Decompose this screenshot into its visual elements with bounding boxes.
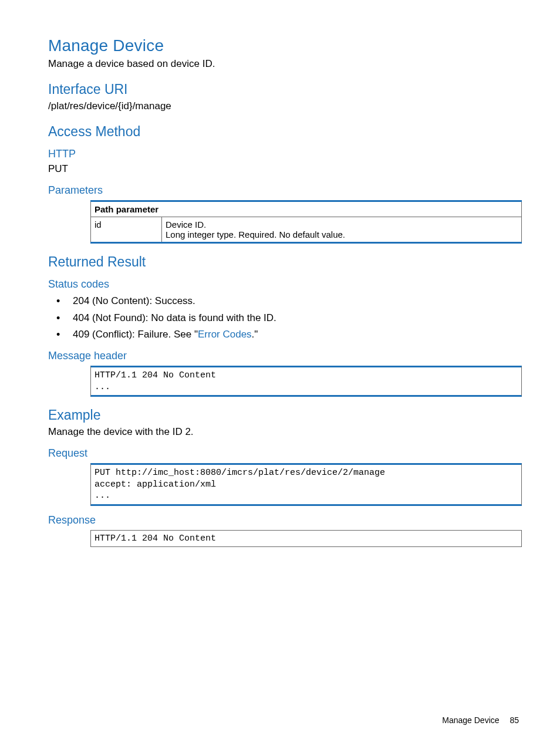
page: Manage Device Manage a device based on d… [0, 0, 560, 746]
parameters-table: Path parameter id Device ID. Long intege… [90, 200, 522, 244]
access-method-heading: Access Method [48, 124, 519, 140]
param-name: id [91, 217, 162, 242]
status-codes-list: 204 (No Content): Success. 404 (Not Foun… [48, 294, 519, 342]
error-codes-link[interactable]: Error Codes [198, 329, 252, 340]
list-item: 409 (Conflict): Failure. See "Error Code… [48, 328, 519, 342]
parameters-heading: Parameters [48, 184, 519, 197]
footer-page-number: 85 [510, 715, 519, 725]
param-desc-line1: Device ID. [166, 220, 518, 229]
parameters-table-header: Path parameter [91, 201, 522, 217]
request-heading: Request [48, 447, 519, 460]
status-409-prefix: 409 (Conflict): Failure. See " [73, 329, 198, 340]
http-value: PUT [48, 163, 519, 176]
footer-label: Manage Device [442, 715, 499, 725]
response-code: HTTP/1.1 204 No Content [90, 530, 522, 548]
page-title: Manage Device [48, 36, 519, 55]
example-heading: Example [48, 407, 519, 423]
footer: Manage Device 85 [442, 715, 519, 725]
message-header-code: HTTP/1.1 204 No Content ... [90, 366, 522, 397]
intro-text: Manage a device based on device ID. [48, 58, 519, 71]
status-409-suffix: ." [252, 329, 258, 340]
param-desc-line2: Long integer type. Required. No default … [166, 229, 518, 239]
returned-result-heading: Returned Result [48, 254, 519, 270]
request-code: PUT http://imc_host:8080/imcrs/plat/res/… [90, 463, 522, 506]
table-row: id Device ID. Long integer type. Require… [91, 217, 522, 242]
list-item: 204 (No Content): Success. [48, 294, 519, 308]
list-item: 404 (Not Found): No data is found with t… [48, 311, 519, 325]
response-heading: Response [48, 514, 519, 526]
interface-uri-heading: Interface URI [48, 82, 519, 97]
status-codes-heading: Status codes [48, 278, 519, 291]
example-intro: Manage the device with the ID 2. [48, 426, 519, 439]
param-desc: Device ID. Long integer type. Required. … [162, 217, 522, 242]
interface-uri-value: /plat/res/device/{id}/manage [48, 100, 519, 113]
message-header-heading: Message header [48, 350, 519, 362]
http-heading: HTTP [48, 148, 519, 160]
